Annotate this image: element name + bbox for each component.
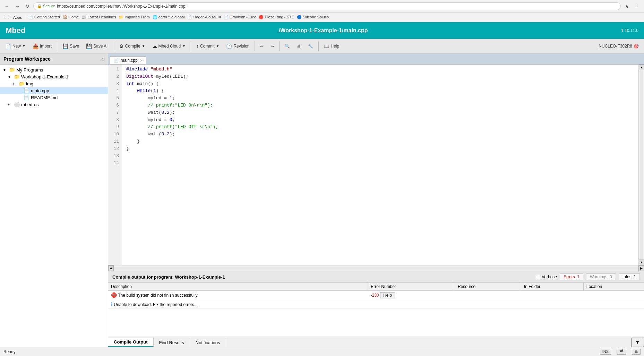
my-programs-label: My Programs: [16, 67, 43, 73]
new-label: New: [12, 44, 21, 49]
bookmark-imported[interactable]: 📁 Imported From: [119, 15, 149, 19]
import-icon: 📥: [33, 43, 38, 49]
platform-badge[interactable]: 🖶: [632, 349, 641, 355]
error-row-resource: [455, 291, 521, 300]
commit-label: Commit: [200, 44, 214, 49]
help-button[interactable]: 📖 Help: [321, 42, 342, 50]
lib-icon: ⚪: [14, 102, 20, 107]
bottom-panel-collapse-button[interactable]: ▼: [631, 338, 644, 347]
readme-label: README.md: [31, 95, 58, 100]
infos-badge[interactable]: Infos: 1: [619, 273, 640, 280]
revision-button[interactable]: 🕐 Revision: [223, 42, 252, 51]
search-button[interactable]: 🔍: [282, 42, 293, 50]
workshop-label: Workshop-1-Example-1: [21, 74, 68, 79]
info-row-resource: [455, 300, 521, 309]
mbed-cloud-button[interactable]: ☁ Mbed Cloud ▼: [149, 42, 189, 51]
tab-compile-output[interactable]: Compile Output: [108, 338, 154, 347]
bookmark-silicone[interactable]: 🔵 Silicone Solutio: [297, 15, 329, 19]
sidebar-item-img[interactable]: + 📁 img: [0, 80, 108, 87]
new-button[interactable]: 📄 New ▼: [2, 42, 29, 51]
code-line-14: }: [126, 145, 634, 153]
address-bar[interactable]: 🔒 Secure https://os.mbed.com/compiler/#n…: [33, 2, 621, 10]
import-button[interactable]: 📥 Import: [29, 42, 55, 51]
bookmark-earth[interactable]: 🌐 earth :: a global: [153, 15, 185, 19]
revision-icon: 🕐: [226, 43, 232, 49]
scroll-down-button[interactable]: ▼: [639, 260, 644, 265]
mbed-cloud-label: Mbed Cloud: [158, 44, 181, 49]
import-label: Import: [40, 44, 52, 49]
error-row-description: ⛔ The build system did not finish succes…: [108, 291, 368, 300]
commit-dropdown-icon: ▼: [216, 44, 220, 48]
info-row-folder: [521, 300, 583, 309]
warnings-badge[interactable]: Warnings: 0: [586, 273, 616, 280]
bookmark-star-icon[interactable]: ★: [623, 3, 631, 10]
editor-with-scroll: 1 2 3 4 5 6 7 8 9 10 11 12 13 14: [108, 65, 644, 265]
sidebar-item-readme[interactable]: + 📄 README.md: [0, 94, 108, 101]
back-button[interactable]: ←: [3, 3, 11, 10]
verbose-checkbox[interactable]: [536, 275, 540, 279]
settings-icon[interactable]: ⋮: [633, 3, 641, 10]
folder-icon: 📁: [14, 74, 20, 79]
scroll-track-v[interactable]: [640, 70, 643, 260]
bookmark-headlines[interactable]: 📰 Latest Headlines: [81, 15, 116, 19]
target-button[interactable]: NUCLEO-F302R8 🎯: [595, 42, 642, 50]
img-label: img: [26, 81, 33, 86]
reload-button[interactable]: ↻: [24, 3, 31, 10]
sidebar-item-mbed-os[interactable]: + ⚪ mbed-os: [0, 101, 108, 108]
code-line-6: while(1) {: [126, 87, 634, 95]
sidebar-collapse-button[interactable]: ◁: [101, 56, 104, 62]
horizontal-scrollbar[interactable]: ◀ ▶: [108, 265, 644, 271]
bookmark-home[interactable]: 🏠 Home: [63, 15, 79, 19]
toolbar-sep-3: [191, 41, 191, 51]
col-error-number: Error Number: [368, 283, 455, 291]
scroll-left-button[interactable]: ◀: [108, 265, 114, 271]
main-layout: Program Workspace ◁ ▼ 📁 My Programs ▼ 📁 …: [0, 53, 644, 347]
error-help-button[interactable]: Help: [380, 292, 395, 298]
tab-close-icon[interactable]: ✕: [140, 59, 143, 62]
language-badge[interactable]: 🏴: [617, 349, 626, 355]
expand-icon-mbed: +: [8, 103, 12, 107]
compile-button[interactable]: ⚙ Compile ▼: [116, 42, 148, 51]
bottom-tabs: Compile Output Find Results Notification…: [108, 336, 644, 347]
errors-badge[interactable]: Errors: 1: [560, 273, 583, 280]
bookmark-getting-started[interactable]: 📄 Getting Started: [28, 15, 60, 19]
settings-button[interactable]: 🔧: [305, 42, 316, 50]
tab-find-results[interactable]: Find Results: [154, 338, 190, 347]
save-all-icon: 💾: [86, 43, 92, 49]
scroll-right-button[interactable]: ▶: [638, 265, 644, 271]
undo-button[interactable]: ↩: [257, 42, 267, 50]
sidebar: Program Workspace ◁ ▼ 📁 My Programs ▼ 📁 …: [0, 53, 108, 347]
tab-main-cpp[interactable]: 📄 main.cpp ✕: [110, 56, 146, 64]
info-icon: ℹ: [111, 302, 113, 307]
verbose-checkbox-label[interactable]: Verbose: [536, 274, 557, 279]
compile-icon: ⚙: [119, 43, 124, 49]
app-logo: Mbed: [6, 26, 25, 35]
vertical-scrollbar[interactable]: ▲ ▼: [638, 65, 644, 265]
editor-content[interactable]: 1 2 3 4 5 6 7 8 9 10 11 12 13 14: [108, 65, 638, 265]
save-all-label: Save All: [93, 44, 108, 49]
ins-badge[interactable]: INS: [600, 349, 611, 355]
bookmark-gravitron[interactable]: 📄 Gravitron - Elec: [224, 15, 256, 19]
error-number-link[interactable]: -230: [371, 293, 379, 298]
toolbar-sep-6: [318, 41, 319, 51]
scroll-track-h[interactable]: [114, 267, 638, 270]
code-line-7: myled = 1;: [126, 95, 634, 102]
sidebar-item-my-programs[interactable]: ▼ 📁 My Programs: [0, 66, 108, 73]
col-resource: Resource: [455, 283, 521, 291]
app-version: 1.10.11.0: [621, 28, 638, 33]
scroll-up-button[interactable]: ▲: [639, 65, 644, 70]
sidebar-item-workshop[interactable]: ▼ 📁 Workshop-1-Example-1: [0, 73, 108, 80]
redo-button[interactable]: ↪: [267, 42, 277, 50]
compile-label: Compile: [125, 44, 140, 49]
bookmark-apps[interactable]: Apps: [13, 15, 22, 19]
save-button[interactable]: 💾 Save: [59, 42, 82, 51]
commit-button[interactable]: ↑ Commit ▼: [193, 42, 222, 51]
print-button[interactable]: 🖨: [294, 42, 304, 50]
tab-notifications[interactable]: Notifications: [190, 338, 226, 347]
bookmark-hagen[interactable]: 📄 Hagen-Poiseuilli: [187, 15, 221, 19]
sidebar-item-main-cpp[interactable]: + 📄 main.cpp: [0, 87, 108, 94]
bookmark-piezo[interactable]: 🔴 Piezo Ring - STE: [259, 15, 294, 19]
forward-button[interactable]: →: [13, 3, 22, 10]
save-all-button[interactable]: 💾 Save All: [83, 42, 111, 51]
md-file-icon: 📄: [24, 95, 29, 100]
